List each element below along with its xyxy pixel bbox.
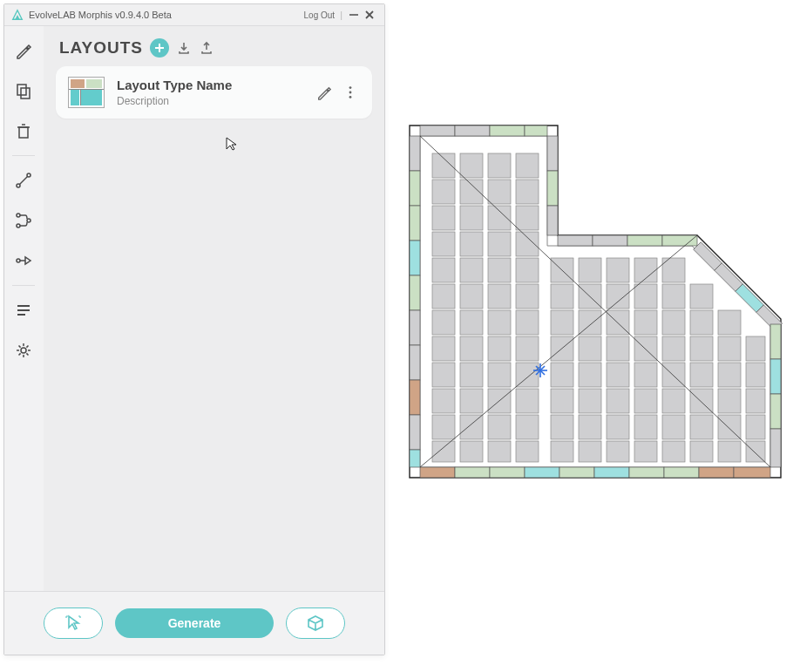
main-panel: LAYOUTS Layout Type Name [44,26,384,591]
svg-rect-173 [746,389,765,413]
svg-rect-151 [662,284,685,309]
svg-rect-97 [488,232,511,256]
svg-rect-44 [770,359,781,394]
pencil-icon[interactable] [13,40,34,61]
svg-rect-125 [551,441,573,462]
svg-rect-43 [770,324,781,359]
svg-rect-67 [547,136,558,171]
svg-rect-54 [664,467,699,478]
svg-rect-46 [770,429,781,467]
svg-rect-36 [593,235,627,246]
more-menu-icon[interactable] [341,83,360,102]
svg-rect-94 [488,153,511,178]
svg-rect-130 [579,363,601,387]
plugin-window: EvolveLAB Morphis v0.9.4.0 Beta Log Out … [3,3,385,655]
app-logo-icon [11,9,24,21]
svg-rect-141 [607,441,629,462]
svg-rect-143 [634,284,657,309]
sidebar-divider [12,155,35,156]
svg-rect-55 [699,467,734,478]
svg-rect-86 [460,258,483,282]
titlebar: EvolveLAB Morphis v0.9.4.0 Beta Log Out … [4,4,384,26]
svg-rect-45 [770,394,781,429]
minimize-icon[interactable] [346,7,362,23]
layout-card[interactable]: Layout Type Name Description [56,66,372,119]
branch-icon[interactable] [13,210,34,231]
svg-line-12 [20,177,28,185]
svg-rect-160 [690,336,713,361]
svg-rect-47 [420,467,455,478]
svg-point-24 [349,86,352,89]
svg-rect-174 [746,415,765,439]
svg-point-14 [17,224,20,227]
svg-rect-93 [460,441,483,462]
svg-rect-100 [488,310,511,335]
layout-name: Layout Type Name [117,78,302,92]
svg-rect-34 [525,126,547,136]
cube-view-button[interactable] [286,608,345,639]
svg-point-25 [349,92,352,94]
svg-rect-117 [516,441,539,462]
svg-marker-1 [15,15,19,19]
svg-rect-91 [460,389,483,413]
svg-rect-84 [460,206,483,230]
svg-rect-78 [432,363,455,387]
download-icon[interactable] [176,40,192,56]
path-icon[interactable] [13,170,34,191]
svg-rect-96 [488,206,511,230]
svg-rect-131 [579,389,601,413]
list-icon[interactable] [13,300,34,321]
svg-rect-50 [525,467,559,478]
svg-rect-113 [516,336,539,361]
layout-description: Description [117,95,302,107]
gear-icon[interactable] [13,340,34,361]
svg-rect-116 [516,415,539,439]
svg-rect-90 [460,363,483,387]
svg-rect-85 [460,232,483,256]
svg-rect-95 [488,180,511,204]
svg-point-10 [17,184,20,187]
generate-button[interactable]: Generate [115,608,274,638]
svg-rect-108 [516,206,539,230]
svg-rect-153 [662,336,685,361]
svg-rect-48 [455,467,490,478]
svg-rect-170 [718,441,741,462]
add-layout-button[interactable] [150,38,169,58]
svg-rect-159 [690,310,713,335]
svg-rect-73 [432,232,455,256]
svg-rect-161 [690,363,713,387]
svg-rect-164 [690,441,713,462]
logout-link[interactable]: Log Out [304,10,336,20]
svg-rect-52 [594,467,629,478]
svg-rect-77 [432,336,455,361]
svg-rect-38 [662,235,697,246]
svg-rect-64 [410,380,420,415]
svg-rect-132 [579,415,601,439]
svg-rect-111 [516,284,539,309]
section-heading: LAYOUTS [59,38,143,58]
svg-rect-5 [17,85,26,95]
close-icon[interactable] [362,7,377,23]
svg-rect-6 [21,88,30,98]
svg-rect-156 [662,415,685,439]
edit-layout-icon[interactable] [315,83,334,102]
svg-rect-57 [410,136,420,171]
svg-rect-163 [690,415,713,439]
svg-rect-60 [410,241,420,275]
floorplan-canvas[interactable] [408,124,783,486]
path-cursor-icon[interactable] [13,250,34,271]
svg-rect-69 [547,206,558,235]
trash-icon[interactable] [13,120,34,141]
svg-rect-87 [460,284,483,309]
svg-rect-135 [607,284,629,309]
upload-icon[interactable] [199,40,214,56]
svg-point-26 [349,96,352,98]
svg-rect-31 [420,126,455,136]
svg-rect-51 [559,467,594,478]
duplicate-icon[interactable] [13,80,34,101]
select-tool-button[interactable] [44,608,103,639]
svg-rect-81 [432,441,455,462]
svg-rect-72 [432,206,455,230]
svg-rect-68 [547,171,558,206]
svg-rect-106 [516,153,539,178]
